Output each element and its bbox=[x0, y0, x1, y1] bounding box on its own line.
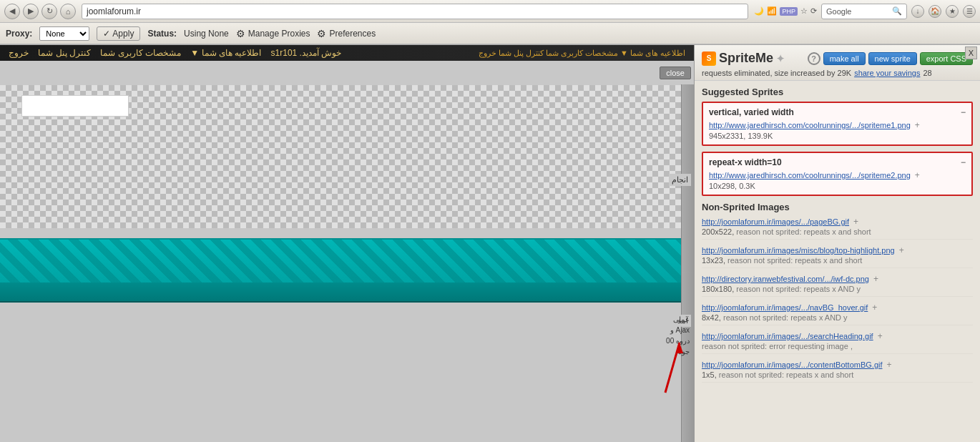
close-button[interactable]: close bbox=[660, 67, 691, 79]
checkmark-icon: ✓ bbox=[103, 29, 110, 39]
sprite-1-info: 945x2331, 139.9K bbox=[709, 132, 966, 140]
sprite-1-link[interactable]: http://www.jaredhirsch.com/coolrunnings/… bbox=[709, 121, 911, 129]
ns3-reason: reason not sprited: repeats x AND y bbox=[736, 285, 861, 293]
savings-text: requests eliminated, size increased by 2… bbox=[702, 69, 851, 77]
preferences-icon: ⚙ bbox=[317, 28, 326, 39]
browser-right-icons: 🌙 📶 PHP ☆ ⟳ Google 🔍 ↓ 🏠 ★ ☰ bbox=[754, 4, 976, 19]
sprite-1-collapse-icon[interactable]: − bbox=[961, 107, 966, 117]
ns4-plus-icon[interactable]: + bbox=[872, 303, 877, 313]
search-text: Google bbox=[826, 7, 892, 16]
ns4-reason: reason not sprited: repeats x AND y bbox=[723, 313, 848, 322]
ns5-plus-icon[interactable]: + bbox=[878, 331, 883, 341]
white-input-rect bbox=[21, 95, 129, 117]
close-button-area: close bbox=[660, 67, 691, 79]
new-sprite-button[interactable]: new sprite bbox=[868, 52, 917, 65]
download-button[interactable]: ↓ bbox=[911, 5, 924, 18]
sprite-2-collapse-icon[interactable]: − bbox=[961, 157, 966, 167]
site-topbar-welcome: خوش آمدید. s1r101 اطلاعیه های شما ▼ مشخص… bbox=[9, 48, 341, 58]
ns4-size: 8x42, bbox=[702, 313, 723, 322]
address-bar[interactable]: joomlaforum.ir bbox=[82, 4, 748, 19]
ns6-size: 1x5, bbox=[702, 370, 719, 379]
sprite-card-1-title: vertical, varied width − bbox=[709, 107, 966, 117]
reload-icon: ⟳ bbox=[810, 6, 817, 16]
ns6-plus-icon[interactable]: + bbox=[887, 360, 892, 370]
ns3-plus-icon[interactable]: + bbox=[873, 274, 878, 284]
sprite-2-link[interactable]: http://www.jaredhirsch.com/coolrunnings/… bbox=[709, 171, 911, 180]
sprite-2-url-row: http://www.jaredhirsch.com/coolrunnings/… bbox=[709, 170, 966, 180]
nonsprited-item-4: http://joomlaforum.ir/images/.../navBG_h… bbox=[702, 303, 973, 325]
site-content-text: انجام آمد bbox=[669, 174, 691, 328]
ns3-link[interactable]: http://directory.iranwebfestival.com/...… bbox=[702, 275, 869, 283]
search-bar[interactable]: Google 🔍 bbox=[821, 4, 907, 19]
savings-count: 28 bbox=[923, 69, 931, 77]
ns3-info: 180x180, reason not sprited: repeats x A… bbox=[702, 285, 973, 293]
menu-button[interactable]: ☰ bbox=[963, 5, 976, 18]
spriteme-panel: X S SpriteMe ✦ ? make all new sprite exp… bbox=[694, 45, 980, 442]
sprite-2-plus-icon[interactable]: + bbox=[915, 170, 920, 180]
moon-icon: 🌙 bbox=[754, 6, 764, 16]
browser-chrome: ◀ ▶ ↻ ⌂ joomlaforum.ir 🌙 📶 PHP ☆ ⟳ Googl… bbox=[0, 0, 980, 45]
teal-banner bbox=[0, 238, 694, 303]
panel-close-button[interactable]: X bbox=[965, 46, 977, 59]
make-all-button[interactable]: make all bbox=[823, 52, 866, 65]
ns5-reason: reason not sprited: error requesting ima… bbox=[702, 342, 853, 350]
ns2-info: 13x23, reason not sprited: repeats x and… bbox=[702, 256, 973, 265]
spriteme-logo-sparkle: ✦ bbox=[776, 53, 785, 64]
website-area: اطلاعیه های شما ▼ مشخصات کاربری شما کنتر… bbox=[0, 45, 694, 442]
spriteme-title: SpriteMe bbox=[719, 51, 773, 66]
ns1-link[interactable]: http://joomlaforum.ir/images/.../pageBG.… bbox=[702, 217, 849, 226]
forward-button[interactable]: ▶ bbox=[23, 4, 39, 19]
ns6-url-row: http://joomlaforum.ir/images/.../content… bbox=[702, 360, 973, 370]
spriteme-logo-icon: S bbox=[702, 51, 716, 66]
proxy-bar: Proxy: None ✓ Apply Status: Using None ⚙… bbox=[0, 23, 980, 44]
ns1-size: 200x522, bbox=[702, 227, 736, 236]
sprite-card-1: vertical, varied width − http://www.jare… bbox=[702, 102, 973, 146]
home-nav-button[interactable]: 🏠 bbox=[928, 5, 941, 18]
ns4-url-row: http://joomlaforum.ir/images/.../navBG_h… bbox=[702, 303, 973, 313]
ns2-plus-icon[interactable]: + bbox=[899, 245, 904, 255]
sprite-1-title-text: vertical, varied width bbox=[709, 107, 794, 117]
ns6-reason: reason not sprited: repeats x and short bbox=[719, 370, 853, 379]
panel-content: Suggested Sprites vertical, varied width… bbox=[695, 81, 980, 442]
spriteme-header: S SpriteMe ✦ ? make all new sprite expor… bbox=[695, 45, 980, 81]
manage-proxies-button[interactable]: ⚙ Manage Proxies bbox=[236, 28, 310, 39]
suggested-sprites-title: Suggested Sprites bbox=[702, 87, 973, 97]
ns6-link[interactable]: http://joomlaforum.ir/images/.../content… bbox=[702, 360, 883, 369]
nonsprited-item-2: http://joomlaforum.ir/images/misc/blog/t… bbox=[702, 245, 973, 268]
refresh-button[interactable]: ↻ bbox=[41, 4, 57, 19]
php-icon: PHP bbox=[780, 7, 798, 16]
site-topbar-links: اطلاعیه های شما ▼ مشخصات کاربری شما کنتر… bbox=[479, 49, 685, 58]
url-text: joomlaforum.ir bbox=[87, 6, 743, 16]
ns3-url-row: http://directory.iranwebfestival.com/...… bbox=[702, 274, 973, 284]
ns4-info: 8x42, reason not sprited: repeats x AND … bbox=[702, 313, 973, 322]
home-button[interactable]: ⌂ bbox=[60, 4, 76, 19]
site-topbar: اطلاعیه های شما ▼ مشخصات کاربری شما کنتر… bbox=[0, 45, 694, 61]
main-area: اطلاعیه های شما ▼ مشخصات کاربری شما کنتر… bbox=[0, 45, 980, 442]
help-button[interactable]: ? bbox=[808, 52, 820, 65]
sprite-1-plus-icon[interactable]: + bbox=[915, 120, 920, 130]
ns1-info: 200x522, reason not sprited: repeats x a… bbox=[702, 227, 973, 236]
star-icon: ☆ bbox=[800, 6, 808, 16]
sprite-1-url-row: http://www.jaredhirsch.com/coolrunnings/… bbox=[709, 120, 966, 130]
sprite-card-2-title: repeat-x width=10 − bbox=[709, 157, 966, 167]
ns3-size: 180x180, bbox=[702, 285, 736, 293]
apply-button[interactable]: ✓ Apply bbox=[97, 26, 140, 41]
ns5-link[interactable]: http://joomlaforum.ir/images/.../searchH… bbox=[702, 332, 873, 340]
red-arrow-annotation bbox=[601, 328, 687, 414]
ns1-reason: reason not sprited: repeats x and short bbox=[736, 227, 871, 236]
nonsprited-item-6: http://joomlaforum.ir/images/.../content… bbox=[702, 360, 973, 383]
ns2-size: 13x23, bbox=[702, 256, 727, 265]
spriteme-title-row: S SpriteMe ✦ ? make all new sprite expor… bbox=[702, 51, 973, 66]
ns1-plus-icon[interactable]: + bbox=[853, 217, 858, 227]
ns2-url-row: http://joomlaforum.ir/images/misc/blog/t… bbox=[702, 245, 973, 255]
preferences-button[interactable]: ⚙ Preferences bbox=[317, 28, 376, 39]
ns2-link[interactable]: http://joomlaforum.ir/images/misc/blog/t… bbox=[702, 246, 895, 255]
back-button[interactable]: ◀ bbox=[4, 4, 20, 19]
proxy-select[interactable]: None bbox=[39, 26, 89, 41]
ns4-link[interactable]: http://joomlaforum.ir/images/.../navBG_h… bbox=[702, 303, 868, 312]
nonsprited-title: Non-Sprited Images bbox=[702, 202, 973, 212]
status-label: Status: bbox=[147, 29, 177, 39]
spriteme-logo: S SpriteMe ✦ bbox=[702, 51, 785, 66]
bookmark-button[interactable]: ★ bbox=[946, 5, 959, 18]
share-savings-link[interactable]: share your savings bbox=[854, 69, 920, 77]
